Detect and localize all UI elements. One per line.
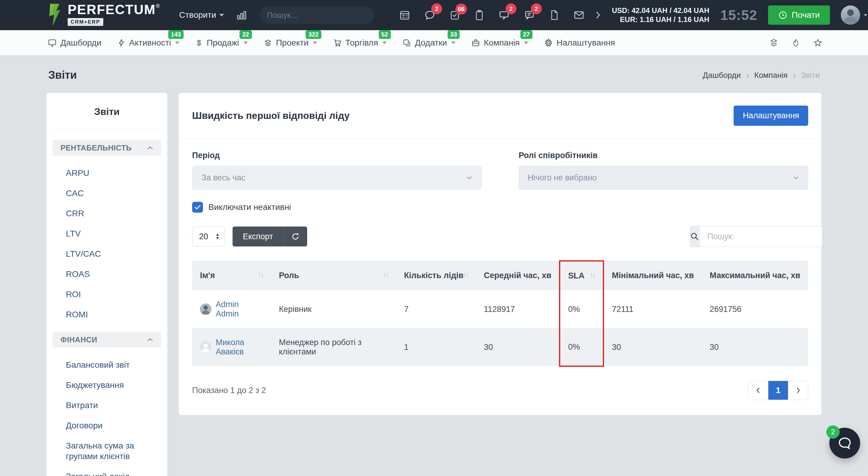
prev-page-button[interactable] [748,381,768,400]
sidebar-item-arpu[interactable]: ARPU [46,163,167,183]
nav-label: Дашборди [60,38,101,48]
cell-leads: 1 [396,328,476,366]
chat-badge: 2 [431,3,442,14]
clipboard-icon[interactable] [474,10,485,21]
sidebar-section-finance[interactable]: ФІНАНСИ [53,332,161,347]
sort-icon[interactable]: ↑↓ [463,271,468,279]
calendar-icon[interactable] [399,10,410,21]
nav-item-activities[interactable]: Активності 143 [117,38,180,48]
period-filter: Період За весь час [192,151,482,190]
sidebar-item-cac[interactable]: CAC [46,183,167,203]
sidebar-item-balance-report[interactable]: Балансовий звіт [46,355,167,375]
flame-icon[interactable] [791,38,800,48]
comments-icon[interactable]: 2 [498,9,510,21]
sidebar-item-ltv-cac[interactable]: LTV/CAC [46,244,167,264]
chevron-down-icon [864,14,867,16]
stats-button[interactable] [236,10,247,21]
page-heading-row: Звіти Дашборди › Компанія › Звіти [0,56,868,93]
cell-avg-time: 30 [476,328,560,366]
create-button[interactable]: Створити [179,10,224,20]
employee-link[interactable]: Admin Admin [216,300,263,318]
sidebar-item-romi[interactable]: ROMI [46,304,167,325]
nav-item-trade[interactable]: Торгівля 52 [333,38,386,48]
sidebar-item-ltv[interactable]: LTV [46,224,167,244]
search-icon [690,232,699,241]
employee-link[interactable]: Микола Авакієв [216,338,263,356]
support-chat-button[interactable]: 2 [829,428,860,458]
start-timer-button[interactable]: Почати [768,5,830,25]
period-select[interactable]: За весь час [192,166,482,190]
breadcrumb-company[interactable]: Компанія [754,71,787,80]
global-search-input[interactable] [267,10,368,20]
sidebar-item-expenses[interactable]: Витрати [46,395,167,415]
sidebar-item-roas[interactable]: ROAS [46,264,167,284]
sort-icon[interactable]: ↑↓ [258,271,263,279]
breadcrumb-separator: › [793,71,796,80]
refresh-button[interactable] [283,227,307,246]
chevron-left-icon [756,387,761,394]
table-footer: Показано 1 до 2 з 2 1 [192,381,808,400]
global-search [260,6,374,24]
nav-item-company[interactable]: Компанія 27 [471,38,528,48]
table-search-button[interactable] [690,226,699,247]
logo-name: PERFECTUM [68,2,156,17]
col-name[interactable]: ↑↓Ім'я [192,261,271,290]
sidebar-section-profitability[interactable]: РЕНТАБЕЛЬНІСТЬ [53,140,161,156]
export-button[interactable]: Експорт [232,227,283,246]
col-role[interactable]: ↑↓Роль [271,261,396,290]
col-min-time[interactable]: ↑↓Мінімальний час, хв [603,261,702,290]
cell-name: Микола Авакієв [192,328,271,366]
roles-select[interactable]: Нічого не вибрано [519,166,808,190]
sidebar-item-roi[interactable]: ROI [46,284,167,304]
sidebar-item-crr[interactable]: CRR [46,203,167,224]
cell-max-time: 30 [702,328,808,366]
nav-badge: 322 [306,30,321,39]
check-icon [194,205,201,210]
breadcrumb-dashboards[interactable]: Дашборди [703,71,741,80]
sidebar-item-contracts[interactable]: Договори [46,415,167,436]
col-max-time[interactable]: ↑↓Максимальний час, хв [702,261,808,290]
cell-sla: 0% [560,290,603,328]
next-page-button[interactable] [788,381,808,400]
sidebar-title: Звіти [46,106,167,117]
chevron-down-icon [466,176,472,179]
nav-item-projects[interactable]: Проекти 322 [264,38,317,48]
breadcrumb: Дашборди › Компанія › Звіти [703,71,820,80]
layers-icon [264,38,272,47]
tasks-icon[interactable]: 66 [450,10,460,21]
perfectum-logo[interactable]: PERFECTUM® CRM+ERP [48,3,160,27]
sort-icon[interactable]: ↑↓ [590,271,595,279]
page-1-button[interactable]: 1 [768,381,788,400]
col-avg-time[interactable]: ↑↓Середній час, хв [476,261,560,290]
sidebar-item-total-by-client-groups[interactable]: Загальна сума за групами клієнтів [46,436,167,466]
nav-item-settings[interactable]: Налаштування [544,38,615,48]
mail-icon[interactable] [573,10,585,20]
nav-badge: 33 [447,30,460,39]
chevron-down-icon [313,42,317,44]
stack-icon[interactable] [769,38,779,48]
cell-max-time: 2691756 [702,290,808,328]
col-sla[interactable]: ↑↓SLA [560,261,603,290]
star-icon[interactable] [813,38,823,48]
chat-icon[interactable]: 2 [424,9,435,21]
nav-item-sales[interactable]: $ Продажі 22 [195,38,248,48]
nav-item-apps[interactable]: Додатки 33 [402,38,456,48]
report-card-body: Період За весь час Ролі співробітників Н… [179,139,822,415]
period-value: За весь час [202,173,246,182]
refresh-icon [291,232,300,241]
message-note-icon[interactable]: 2 [524,9,535,21]
sort-icon[interactable]: ↑↓ [383,271,389,279]
report-settings-button[interactable]: Налаштування [734,106,808,126]
col-leads-count[interactable]: ↑↓Кількість лідів [396,261,476,290]
table-search-input[interactable] [699,226,823,247]
exclude-inactive-checkbox[interactable] [192,202,203,213]
timer-display: 15:52 [720,7,757,23]
nav-item-dashboards[interactable]: Дашборди [48,38,101,48]
top-header: PERFECTUM® CRM+ERP Створити [0,0,868,30]
sidebar-item-total-income[interactable]: Загальний дохід [46,466,167,476]
sidebar-item-budgeting[interactable]: Бюджетування [46,375,167,395]
file-icon[interactable] [549,10,559,21]
chevron-right-icon[interactable] [595,10,601,20]
user-menu[interactable] [841,5,867,25]
page-size-select[interactable]: 20 ▲▼ [192,227,225,246]
